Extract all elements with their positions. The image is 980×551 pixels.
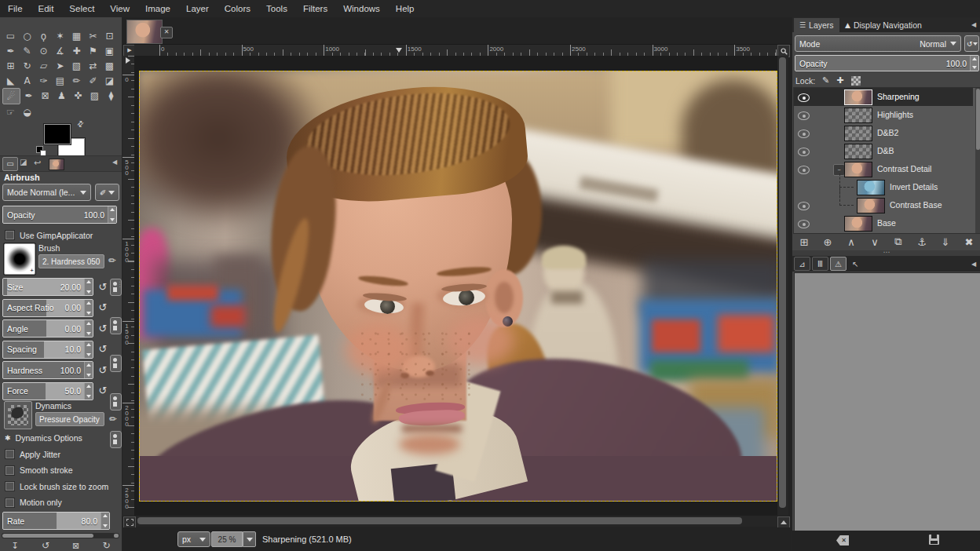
- slider-hardness[interactable]: Hardness100.0: [2, 361, 93, 379]
- spinner[interactable]: [84, 362, 93, 378]
- visibility-eye-icon[interactable]: [798, 166, 810, 176]
- menu-windows[interactable]: Windows: [335, 0, 388, 17]
- reset-tool-options-button[interactable]: ↻: [102, 540, 110, 551]
- navigation-button[interactable]: [777, 516, 790, 528]
- tool-foreground-select[interactable]: ⊡: [101, 28, 118, 43]
- menu-image[interactable]: Image: [137, 0, 178, 17]
- tool-free-select[interactable]: ϙ: [35, 28, 52, 43]
- mode-group-button[interactable]: ↺: [964, 35, 979, 52]
- anchor-layer-button[interactable]: ⚓: [914, 235, 930, 249]
- lock-brush-size-to-zoom-checkbox[interactable]: [5, 481, 15, 491]
- undo-history-tab[interactable]: ↩: [34, 158, 41, 168]
- close-image-icon[interactable]: ✕: [160, 27, 173, 38]
- reset-spacing[interactable]: ↺: [97, 344, 108, 355]
- tool-3d-transform[interactable]: ▧: [68, 58, 85, 73]
- brush-preset-button[interactable]: 2. Hardness 050: [38, 254, 104, 268]
- tool-options-scrollbar[interactable]: [2, 533, 119, 538]
- layer-thumbnail[interactable]: [844, 162, 872, 177]
- layer-opacity-slider[interactable]: Opacity 100.0: [795, 55, 979, 71]
- menu-colors[interactable]: Colors: [217, 0, 258, 17]
- collapse-dock-icon[interactable]: ◀: [112, 159, 117, 166]
- tool-rotate[interactable]: ↻: [19, 58, 35, 73]
- save-errors-button[interactable]: [929, 535, 939, 545]
- layer-thumbnail[interactable]: [844, 89, 872, 105]
- tool-move[interactable]: ✚: [68, 43, 85, 58]
- menu-help[interactable]: Help: [388, 0, 422, 17]
- error-console-tab[interactable]: ⚠: [830, 257, 847, 271]
- layer-mode-combo[interactable]: Mode Normal: [795, 35, 961, 52]
- spinner[interactable]: [84, 320, 93, 337]
- zoom-entry[interactable]: 25 %: [211, 531, 243, 547]
- tool-flip[interactable]: ⇄: [85, 58, 101, 73]
- tool-mypaint-brush[interactable]: ⊠: [37, 88, 53, 103]
- tab-layers[interactable]: ☰ Layers: [794, 18, 839, 32]
- layer-thumbnail[interactable]: [857, 198, 885, 213]
- tool-ink[interactable]: ✑: [35, 73, 52, 88]
- spinner[interactable]: [101, 513, 109, 529]
- rate-slider[interactable]: Rate 80.0: [2, 512, 110, 530]
- smooth-stroke-checkbox[interactable]: [5, 465, 15, 476]
- tool-options-tab[interactable]: ▭: [2, 157, 18, 171]
- vertical-scrollbar[interactable]: [777, 56, 788, 516]
- tool-rectangle-select[interactable]: ▭: [2, 28, 19, 43]
- horizontal-scrollbar[interactable]: [134, 516, 777, 527]
- spinner[interactable]: [84, 279, 93, 295]
- spinner[interactable]: [108, 206, 116, 223]
- tool-select-by-color[interactable]: ▦: [68, 28, 85, 43]
- menu-filters[interactable]: Filters: [295, 0, 335, 17]
- lock-alpha-icon[interactable]: [851, 76, 861, 86]
- tool-smudge[interactable]: ☞: [2, 104, 19, 119]
- slider-size[interactable]: Size20.00: [2, 278, 93, 296]
- menu-view[interactable]: View: [102, 0, 137, 17]
- tool-paths[interactable]: ✒: [2, 43, 19, 58]
- zoom-combo-button[interactable]: [243, 531, 256, 547]
- canvas-viewport[interactable]: [134, 56, 777, 516]
- layer-thumbnail[interactable]: [844, 108, 872, 123]
- tab-display-navigation[interactable]: ▲ Display Navigation: [839, 18, 927, 32]
- dynamics-edit-icon[interactable]: ✏: [109, 414, 117, 425]
- link-hardness[interactable]: [110, 431, 122, 448]
- brush-edit-icon[interactable]: ✏: [108, 255, 116, 266]
- canvas-image[interactable]: [139, 71, 777, 502]
- lower-layer-button[interactable]: ∨: [867, 235, 883, 249]
- tool-eraser[interactable]: ◪: [101, 73, 118, 88]
- vertical-ruler[interactable]: 05001000150020002500: [122, 56, 135, 516]
- slider-aspect-ratio[interactable]: Aspect Ratio0.00: [2, 299, 93, 317]
- layer-row-sharpening[interactable]: Sharpening: [794, 88, 973, 106]
- menu-layer[interactable]: Layer: [178, 0, 217, 17]
- tool-color-picker[interactable]: ✎: [19, 43, 35, 58]
- apply-jitter-checkbox[interactable]: [5, 449, 15, 459]
- reset-aspect-ratio[interactable]: ↺: [97, 302, 108, 313]
- slider-spacing[interactable]: Spacing10.0: [2, 341, 93, 359]
- image-tab[interactable]: [49, 159, 64, 170]
- link-aspect-ratio[interactable]: [110, 317, 122, 334]
- link-spacing[interactable]: [110, 393, 122, 411]
- tool-fuzzy-select[interactable]: ✶: [52, 28, 68, 43]
- visibility-eye-icon[interactable]: [798, 220, 810, 230]
- delete-layer-button[interactable]: ✖: [961, 235, 977, 249]
- spinner[interactable]: [84, 383, 93, 400]
- use-gimpapplicator-checkbox[interactable]: [5, 230, 15, 240]
- menu-file[interactable]: File: [0, 0, 31, 17]
- visibility-eye-icon[interactable]: [798, 148, 810, 158]
- collapse-dock-icon[interactable]: ◀: [971, 21, 976, 28]
- tool-heal[interactable]: ✜: [70, 88, 86, 103]
- new-group-button[interactable]: ⊕: [820, 235, 836, 249]
- tool-clone[interactable]: ♟: [53, 88, 70, 103]
- motion-only-checkbox[interactable]: [5, 498, 15, 508]
- horizontal-ruler[interactable]: 0500100015002000250030003500: [134, 45, 788, 57]
- delete-tool-preset-button[interactable]: ⊠: [72, 541, 79, 551]
- tool-crop[interactable]: ▣: [101, 43, 118, 58]
- device-status-tab[interactable]: ◪: [20, 158, 27, 166]
- tool-gradient[interactable]: ▤: [52, 73, 68, 88]
- tool-measure[interactable]: ∡: [52, 43, 68, 58]
- layer-row-base[interactable]: Base: [794, 214, 973, 232]
- save-tool-preset-button[interactable]: ↧: [12, 541, 19, 551]
- layer-row-highlights[interactable]: Highlights: [794, 106, 973, 124]
- menu-edit[interactable]: Edit: [31, 0, 62, 17]
- tool-calligraphy[interactable]: ✒: [20, 88, 37, 103]
- reset-hardness[interactable]: ↺: [97, 364, 108, 375]
- spinner[interactable]: [84, 300, 93, 316]
- tool-blur-sharpen[interactable]: ⧫: [103, 88, 119, 103]
- slider-angle[interactable]: Angle0.00: [2, 319, 93, 338]
